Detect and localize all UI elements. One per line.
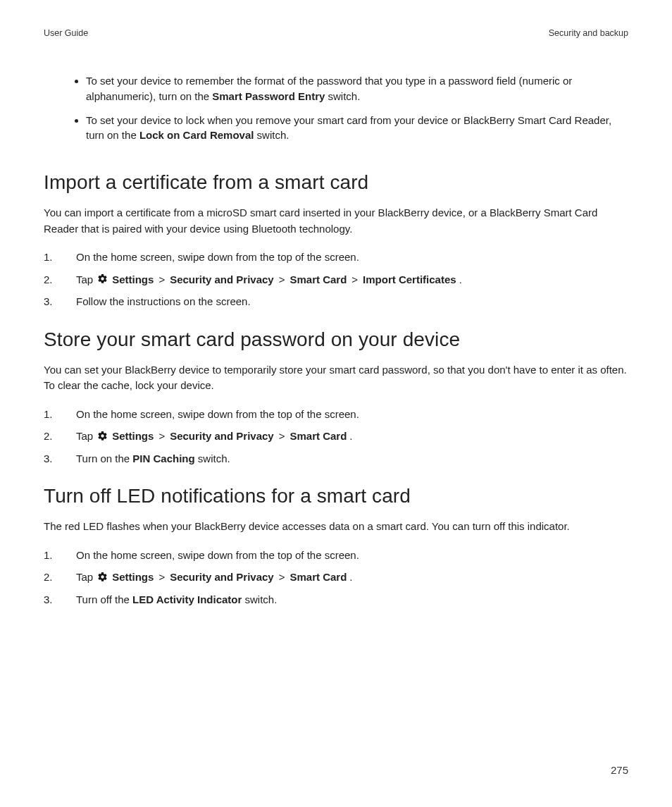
list-item: On the home screen, swipe down from the … (44, 548, 628, 564)
section-heading-led: Turn off LED notifications for a smart c… (44, 485, 628, 507)
path-security: Security and Privacy (170, 272, 274, 288)
list-item: Turn on the PIN Caching switch. (44, 451, 628, 467)
step-text: Tap (76, 429, 93, 445)
path-settings: Settings (112, 272, 154, 288)
page-header: User Guide Security and backup (44, 28, 628, 38)
header-right: Security and backup (549, 28, 628, 38)
breadcrumb-separator: > (158, 429, 165, 445)
list-item: On the home screen, swipe down from the … (44, 250, 628, 266)
breadcrumb-separator: > (158, 569, 165, 586)
path-smartcard: Smart Card (290, 569, 347, 586)
breadcrumb-separator: > (279, 272, 285, 288)
path-smartcard: Smart Card (290, 272, 347, 288)
breadcrumb-separator: > (351, 272, 358, 288)
breadcrumb-separator: > (158, 272, 165, 288)
step-text: Turn off the (76, 593, 132, 605)
breadcrumb-separator: > (279, 569, 285, 586)
bullet-bold: Smart Password Entry (212, 90, 325, 102)
step-text: switch. (242, 593, 277, 605)
bullet-text: switch. (325, 90, 360, 102)
path-security: Security and Privacy (170, 569, 274, 586)
steps-store: On the home screen, swipe down from the … (44, 407, 628, 467)
section-intro: The red LED flashes when your BlackBerry… (44, 519, 628, 535)
path-settings: Settings (112, 429, 154, 445)
section-intro: You can set your BlackBerry device to te… (44, 362, 628, 394)
step-text: On the home screen, swipe down from the … (76, 408, 359, 420)
path-security: Security and Privacy (170, 429, 274, 445)
steps-import: On the home screen, swipe down from the … (44, 250, 628, 310)
step-text: Turn on the (76, 452, 132, 464)
document-page: User Guide Security and backup To set yo… (0, 0, 672, 807)
header-left: User Guide (44, 28, 88, 38)
path-settings: Settings (112, 569, 154, 586)
settings-gear-icon (97, 431, 108, 441)
settings-gear-icon (97, 273, 108, 284)
bullet-text: switch. (254, 129, 289, 141)
step-bold: LED Activity Indicator (132, 593, 242, 605)
list-item: Follow the instructions on the screen. (44, 294, 628, 310)
step-text: On the home screen, swipe down from the … (76, 251, 359, 263)
section-intro: You can import a certificate from a micr… (44, 205, 628, 237)
step-bold: PIN Caching (132, 452, 194, 464)
section-heading-import: Import a certificate from a smart card (44, 171, 628, 194)
path-smartcard: Smart Card (290, 429, 347, 445)
period: . (349, 569, 352, 586)
step-text: On the home screen, swipe down from the … (76, 549, 359, 561)
period: . (349, 429, 352, 445)
list-item: Tap Settings > Security and Privacy > Sm… (44, 569, 628, 586)
list-item: To set your device to remember the forma… (86, 73, 628, 104)
settings-gear-icon (97, 572, 108, 582)
list-item: Tap Settings > Security and Privacy > Sm… (44, 429, 628, 445)
path-import: Import Certificates (363, 272, 456, 288)
list-item: Tap Settings > Security and Privacy > Sm… (44, 272, 628, 288)
breadcrumb-separator: > (279, 429, 285, 445)
period: . (459, 272, 462, 288)
list-item: To set your device to lock when you remo… (86, 113, 628, 144)
step-text: Follow the instructions on the screen. (76, 295, 251, 307)
list-item: On the home screen, swipe down from the … (44, 407, 628, 423)
page-number: 275 (611, 764, 628, 776)
step-text: Tap (76, 569, 93, 586)
continuation-bullets: To set your device to remember the forma… (44, 73, 628, 143)
step-text: switch. (195, 452, 230, 464)
step-text: Tap (76, 272, 93, 288)
bullet-bold: Lock on Card Removal (139, 129, 254, 141)
section-heading-store: Store your smart card password on your d… (44, 328, 628, 351)
list-item: Turn off the LED Activity Indicator swit… (44, 592, 628, 608)
steps-led: On the home screen, swipe down from the … (44, 548, 628, 608)
